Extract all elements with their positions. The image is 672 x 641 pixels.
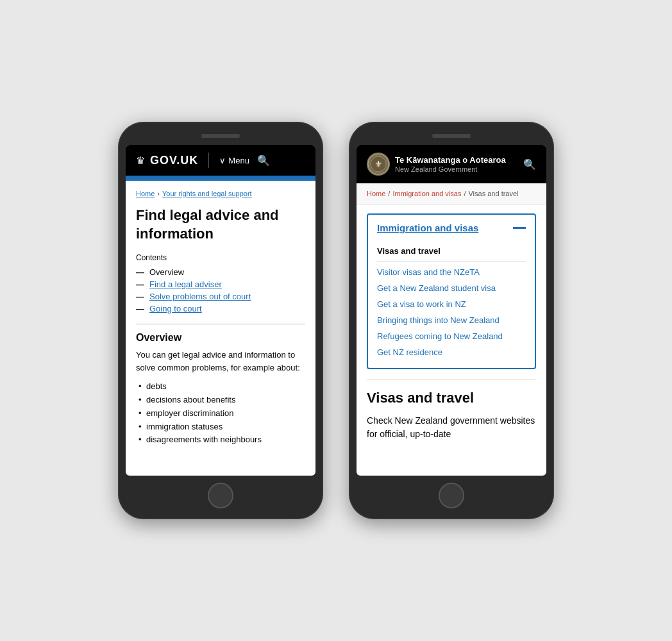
phones-container: ♛ GOV.UK ∨ Menu 🔍 Home ›: [118, 122, 554, 519]
phone-bottom-bar-left: [126, 479, 315, 512]
accordion-title[interactable]: Immigration and visas: [377, 222, 478, 233]
content-divider: [367, 379, 536, 380]
coat-svg: ⚜: [367, 153, 389, 175]
list-item: disagreements with neighbours: [139, 433, 305, 447]
accordion-divider: [377, 261, 526, 262]
overview-intro: You can get legal advice and information…: [136, 349, 305, 374]
breadcrumb: Home / Immigration and visas / Visas and…: [357, 183, 546, 204]
nz-screen: ⚜ Te Kāwanatanga o Aotearoa New Zealand …: [357, 145, 546, 476]
accordion[interactable]: Immigration and visas Visas and travel V…: [367, 213, 536, 369]
section-divider: [136, 324, 305, 324]
list-item: — Going to court: [136, 304, 305, 313]
list-item: employer discrimination: [139, 407, 305, 420]
contents-link-court[interactable]: Going to court: [149, 304, 202, 313]
collapse-icon: [513, 227, 526, 229]
contents-link-out-of-court[interactable]: Solve problems out of court: [149, 292, 251, 301]
search-icon[interactable]: 🔍: [523, 158, 536, 171]
dash-icon: —: [136, 304, 144, 313]
coat-of-arms-icon: ⚜: [367, 153, 390, 176]
govuk-site-title: GOV.UK: [150, 154, 198, 167]
dash-icon: —: [136, 267, 144, 277]
list-item: immigration statuses: [139, 420, 305, 434]
list-item: — Find a legal adviser: [136, 279, 305, 289]
nz-site-title: Te Kāwanatanga o Aotearoa: [395, 155, 506, 166]
list-item: debts: [139, 380, 305, 394]
phone-top-bar-left: [126, 129, 315, 142]
menu-button[interactable]: ∨ Menu: [219, 156, 249, 165]
menu-label: Menu: [228, 156, 249, 165]
accordion-header[interactable]: Immigration and visas: [368, 215, 535, 241]
accordion-link-work[interactable]: Get a visa to work in NZ: [377, 296, 526, 312]
page-title: Find legal advice and information: [136, 206, 305, 243]
dash-icon: —: [136, 279, 144, 289]
contents-label: Contents: [136, 253, 305, 262]
govuk-content: Home › Your rights and legal support Fin…: [126, 181, 315, 476]
nz-logo-area: ⚜ Te Kāwanatanga o Aotearoa New Zealand …: [367, 153, 506, 176]
nz-header: ⚜ Te Kāwanatanga o Aotearoa New Zealand …: [357, 145, 546, 183]
accordion-link-student[interactable]: Get a New Zealand student visa: [377, 280, 526, 296]
nz-title-area: Te Kāwanatanga o Aotearoa New Zealand Go…: [395, 155, 506, 174]
home-button-left[interactable]: [208, 483, 233, 508]
accordion-active-item: Visas and travel: [377, 246, 526, 256]
nz-site-subtitle: New Zealand Government: [395, 165, 506, 173]
govuk-nav: ∨ Menu 🔍: [219, 154, 270, 167]
breadcrumb-section[interactable]: Your rights and legal support: [162, 190, 252, 197]
dash-icon: —: [136, 292, 144, 301]
breadcrumb-section[interactable]: Immigration and visas: [392, 190, 461, 197]
nz-content: Immigration and visas Visas and travel V…: [357, 204, 546, 476]
govuk-phone: ♛ GOV.UK ∨ Menu 🔍 Home ›: [118, 122, 323, 519]
govuk-header: ♛ GOV.UK ∨ Menu 🔍: [126, 145, 315, 176]
phone-top-bar-right: [357, 129, 546, 142]
header-divider: [208, 153, 209, 168]
list-item: decisions about benefits: [139, 394, 305, 407]
contents-link-adviser[interactable]: Find a legal adviser: [149, 279, 222, 289]
section-title: Visas and travel: [367, 389, 536, 408]
accordion-link-residence[interactable]: Get NZ residence: [377, 344, 526, 360]
accordion-link-visitor[interactable]: Visitor visas and the NZeTA: [377, 264, 526, 280]
breadcrumb-home[interactable]: Home: [136, 190, 155, 197]
nz-phone: ⚜ Te Kāwanatanga o Aotearoa New Zealand …: [349, 122, 554, 519]
breadcrumb-home[interactable]: Home: [367, 190, 385, 197]
section-intro: Check New Zealand government websites fo…: [367, 414, 536, 441]
overview-bullets: debts decisions about benefits employer …: [136, 380, 305, 447]
chevron-down-icon: ∨: [219, 156, 226, 165]
phone-speaker-right: [432, 134, 471, 138]
search-icon[interactable]: 🔍: [257, 154, 270, 167]
svg-text:⚜: ⚜: [374, 159, 383, 169]
accordion-body: Visas and travel Visitor visas and the N…: [368, 241, 535, 368]
list-item: — Overview: [136, 267, 305, 277]
breadcrumb: Home › Your rights and legal support: [136, 190, 305, 197]
phone-bottom-bar-right: [357, 479, 546, 512]
contents-item-overview: Overview: [149, 267, 184, 277]
breadcrumb-sep2: /: [464, 190, 466, 197]
breadcrumb-sep1: /: [388, 190, 390, 197]
phone-speaker-left: [201, 134, 240, 138]
govuk-blue-bar: [126, 176, 315, 181]
overview-title: Overview: [136, 332, 305, 344]
breadcrumb-chevron: ›: [157, 190, 160, 197]
home-button-right[interactable]: [439, 483, 464, 508]
govuk-logo-area: ♛ GOV.UK: [136, 154, 198, 167]
breadcrumb-page: Visas and travel: [468, 190, 518, 197]
contents-list: — Overview — Find a legal adviser — Solv…: [136, 267, 305, 313]
accordion-link-bringing[interactable]: Bringing things into New Zealand: [377, 312, 526, 328]
accordion-link-refugees[interactable]: Refugees coming to New Zealand: [377, 328, 526, 344]
list-item: — Solve problems out of court: [136, 292, 305, 301]
govuk-screen: ♛ GOV.UK ∨ Menu 🔍 Home ›: [126, 145, 315, 476]
crown-icon: ♛: [136, 154, 145, 167]
